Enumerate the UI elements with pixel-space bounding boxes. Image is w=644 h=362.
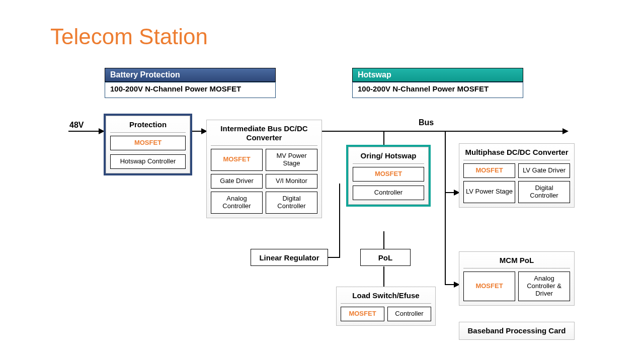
block-mcm-pol: MCM PoL MOSFET Analog Controller & Drive… <box>459 251 575 306</box>
box-linear-regulator: Linear Regulator <box>251 249 328 266</box>
cell: V/I Monitor <box>266 174 317 189</box>
connector-line <box>383 266 384 287</box>
cell: LV Gate Driver <box>518 163 570 178</box>
arrow-head-icon <box>99 128 105 134</box>
header-battery-protection-sub: 100-200V N-Channel Power MOSFET <box>105 82 276 98</box>
cell: Analog Controller & Driver <box>518 272 570 301</box>
connector-line <box>339 184 340 258</box>
cell: Analog Controller <box>211 192 263 214</box>
cell: MV Power Stage <box>266 149 317 171</box>
cell-mosfet: MOSFET <box>353 167 424 182</box>
block-title: Load Switch/Efuse <box>341 291 431 304</box>
cell: Hotswap Controller <box>110 154 186 169</box>
connector-line <box>383 131 384 147</box>
arrow-line <box>322 131 564 132</box>
block-baseband-processing-card: Baseband Processing Card <box>459 322 575 340</box>
block-title: Multiphase DC/DC Converter <box>463 148 570 160</box>
cell-mosfet: MOSFET <box>341 307 384 321</box>
block-load-switch-efuse: Load Switch/Efuse MOSFET Controller <box>336 287 436 326</box>
cell: LV Power Stage <box>463 181 515 203</box>
connector-line <box>383 231 384 249</box>
block-protection: Protection MOSFET Hotswap Controller <box>106 116 190 173</box>
cell: Controller <box>387 307 431 321</box>
block-multiphase-converter: Multiphase DC/DC Converter MOSFET LV Gat… <box>459 143 575 208</box>
block-intermediate-bus-converter: Intermediate Bus DC/DC Converter MOSFET … <box>206 120 322 218</box>
page-title: Telecom Station <box>50 24 208 49</box>
block-oring-hotswap: Oring/ Hotswap MOSFET Controller <box>348 147 429 205</box>
cell-mosfet: MOSFET <box>463 163 515 178</box>
box-pol: PoL <box>360 249 411 266</box>
block-title: Oring/ Hotswap <box>353 151 424 164</box>
arrow-line <box>445 192 455 193</box>
cell: Digital Controller <box>266 192 317 214</box>
block-title: Intermediate Bus DC/DC Converter <box>211 124 317 146</box>
cell: Controller <box>353 186 424 200</box>
block-title: Baseband Processing Card <box>463 326 570 335</box>
header-battery-protection: Battery Protection <box>105 68 276 82</box>
block-title: MCM PoL <box>463 256 570 268</box>
header-hotswap-sub: 100-200V N-Channel Power MOSFET <box>352 82 523 98</box>
arrow-line <box>191 131 202 132</box>
cell-mosfet: MOSFET <box>463 272 515 301</box>
cell-mosfet: MOSFET <box>110 136 186 150</box>
arrow-head-icon <box>562 128 569 134</box>
cell-mosfet: MOSFET <box>211 149 263 171</box>
arrow-line <box>445 284 455 285</box>
bus-label: Bus <box>419 118 434 127</box>
cell: Digital Controller <box>518 181 570 203</box>
arrow-line <box>68 131 99 132</box>
block-title: Protection <box>110 120 186 133</box>
connector-line <box>445 131 446 285</box>
arrow-line <box>328 257 340 258</box>
cell: Gate Driver <box>211 174 263 189</box>
voltage-label: 48V <box>69 121 84 130</box>
header-hotswap: Hotswap <box>352 68 523 82</box>
